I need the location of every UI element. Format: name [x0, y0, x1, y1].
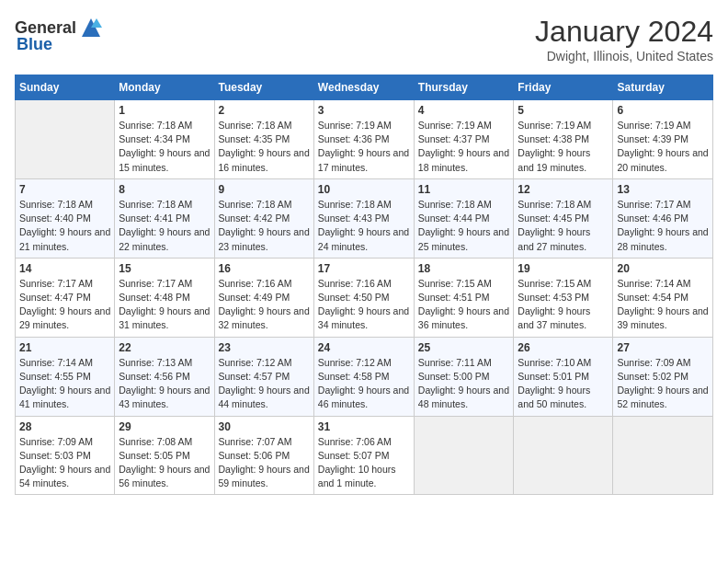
day-number: 29	[119, 420, 210, 433]
day-number: 2	[219, 104, 310, 117]
day-number: 25	[418, 341, 510, 354]
day-number: 30	[219, 420, 310, 433]
calendar-cell: 22Sunrise: 7:13 AMSunset: 4:56 PMDayligh…	[115, 337, 214, 416]
day-detail: Sunrise: 7:18 AMSunset: 4:41 PMDaylight:…	[119, 198, 210, 254]
logo-blue: Blue	[17, 35, 52, 54]
day-number: 11	[418, 183, 510, 196]
calendar-cell	[514, 416, 613, 495]
day-detail: Sunrise: 7:09 AMSunset: 5:03 PMDaylight:…	[19, 435, 110, 491]
day-number: 13	[617, 183, 709, 196]
logo-icon	[78, 15, 104, 40]
day-number: 6	[617, 104, 709, 117]
calendar-cell: 18Sunrise: 7:15 AMSunset: 4:51 PMDayligh…	[414, 258, 514, 337]
day-number: 5	[518, 104, 609, 117]
day-detail: Sunrise: 7:19 AMSunset: 4:39 PMDaylight:…	[617, 119, 709, 175]
calendar-cell: 17Sunrise: 7:16 AMSunset: 4:50 PMDayligh…	[313, 258, 414, 337]
day-number: 23	[219, 341, 310, 354]
day-detail: Sunrise: 7:07 AMSunset: 5:06 PMDaylight:…	[219, 435, 310, 491]
day-number: 7	[19, 183, 110, 196]
day-number: 18	[418, 262, 510, 275]
calendar-cell: 4Sunrise: 7:19 AMSunset: 4:37 PMDaylight…	[414, 100, 514, 179]
calendar-cell: 24Sunrise: 7:12 AMSunset: 4:58 PMDayligh…	[313, 337, 414, 416]
calendar-cell: 5Sunrise: 7:19 AMSunset: 4:38 PMDaylight…	[514, 100, 613, 179]
calendar-cell: 26Sunrise: 7:10 AMSunset: 5:01 PMDayligh…	[514, 337, 613, 416]
day-number: 12	[518, 183, 609, 196]
calendar-cell: 10Sunrise: 7:18 AMSunset: 4:43 PMDayligh…	[313, 178, 414, 258]
weekday-header: Friday	[514, 75, 613, 100]
day-detail: Sunrise: 7:18 AMSunset: 4:42 PMDaylight:…	[219, 198, 310, 254]
day-detail: Sunrise: 7:12 AMSunset: 4:57 PMDaylight:…	[219, 356, 310, 412]
day-detail: Sunrise: 7:19 AMSunset: 4:38 PMDaylight:…	[518, 119, 609, 175]
day-detail: Sunrise: 7:15 AMSunset: 4:53 PMDaylight:…	[518, 277, 609, 333]
calendar-cell: 16Sunrise: 7:16 AMSunset: 4:49 PMDayligh…	[214, 258, 313, 337]
logo: General Blue	[15, 15, 104, 54]
day-number: 15	[119, 262, 210, 275]
day-detail: Sunrise: 7:18 AMSunset: 4:34 PMDaylight:…	[119, 119, 210, 175]
calendar-subtitle: Dwight, Illinois, United States	[535, 49, 713, 63]
calendar-cell: 15Sunrise: 7:17 AMSunset: 4:48 PMDayligh…	[115, 258, 214, 337]
calendar-cell: 13Sunrise: 7:17 AMSunset: 4:46 PMDayligh…	[613, 178, 713, 258]
weekday-header: Wednesday	[313, 75, 414, 100]
day-number: 10	[318, 183, 410, 196]
day-detail: Sunrise: 7:15 AMSunset: 4:51 PMDaylight:…	[418, 277, 510, 333]
calendar-cell	[414, 416, 514, 495]
calendar-cell: 2Sunrise: 7:18 AMSunset: 4:35 PMDaylight…	[214, 100, 313, 179]
calendar-cell: 19Sunrise: 7:15 AMSunset: 4:53 PMDayligh…	[514, 258, 613, 337]
day-number: 8	[119, 183, 210, 196]
weekday-header: Thursday	[414, 75, 514, 100]
calendar-cell: 11Sunrise: 7:18 AMSunset: 4:44 PMDayligh…	[414, 178, 514, 258]
calendar-cell: 1Sunrise: 7:18 AMSunset: 4:34 PMDaylight…	[115, 100, 214, 179]
day-number: 26	[518, 341, 609, 354]
day-detail: Sunrise: 7:06 AMSunset: 5:07 PMDaylight:…	[318, 435, 410, 491]
day-number: 9	[219, 183, 310, 196]
day-number: 16	[219, 262, 310, 275]
calendar-cell: 3Sunrise: 7:19 AMSunset: 4:36 PMDaylight…	[313, 100, 414, 179]
day-detail: Sunrise: 7:10 AMSunset: 5:01 PMDaylight:…	[518, 356, 609, 412]
day-number: 24	[318, 341, 410, 354]
day-detail: Sunrise: 7:17 AMSunset: 4:47 PMDaylight:…	[19, 277, 110, 333]
day-number: 31	[318, 420, 410, 433]
calendar-cell: 9Sunrise: 7:18 AMSunset: 4:42 PMDaylight…	[214, 178, 313, 258]
day-number: 3	[318, 104, 410, 117]
calendar-cell: 31Sunrise: 7:06 AMSunset: 5:07 PMDayligh…	[313, 416, 414, 495]
calendar-cell: 29Sunrise: 7:08 AMSunset: 5:05 PMDayligh…	[115, 416, 214, 495]
calendar-cell: 27Sunrise: 7:09 AMSunset: 5:02 PMDayligh…	[613, 337, 713, 416]
calendar-cell: 28Sunrise: 7:09 AMSunset: 5:03 PMDayligh…	[16, 416, 115, 495]
day-detail: Sunrise: 7:18 AMSunset: 4:45 PMDaylight:…	[518, 198, 609, 254]
calendar-cell: 20Sunrise: 7:14 AMSunset: 4:54 PMDayligh…	[613, 258, 713, 337]
day-number: 22	[119, 341, 210, 354]
day-detail: Sunrise: 7:11 AMSunset: 5:00 PMDaylight:…	[418, 356, 510, 412]
calendar-title: January 2024	[535, 15, 713, 49]
day-number: 19	[518, 262, 609, 275]
day-detail: Sunrise: 7:18 AMSunset: 4:40 PMDaylight:…	[19, 198, 110, 254]
day-number: 28	[19, 420, 110, 433]
title-block: January 2024 Dwight, Illinois, United St…	[535, 15, 713, 63]
calendar-cell: 7Sunrise: 7:18 AMSunset: 4:40 PMDaylight…	[16, 178, 115, 258]
day-detail: Sunrise: 7:16 AMSunset: 4:50 PMDaylight:…	[318, 277, 410, 333]
weekday-header: Tuesday	[214, 75, 313, 100]
day-detail: Sunrise: 7:14 AMSunset: 4:55 PMDaylight:…	[19, 356, 110, 412]
calendar-cell: 25Sunrise: 7:11 AMSunset: 5:00 PMDayligh…	[414, 337, 514, 416]
weekday-header: Monday	[115, 75, 214, 100]
calendar-cell: 21Sunrise: 7:14 AMSunset: 4:55 PMDayligh…	[16, 337, 115, 416]
calendar-cell	[16, 100, 115, 179]
day-detail: Sunrise: 7:14 AMSunset: 4:54 PMDaylight:…	[617, 277, 709, 333]
calendar-cell: 8Sunrise: 7:18 AMSunset: 4:41 PMDaylight…	[115, 178, 214, 258]
day-detail: Sunrise: 7:12 AMSunset: 4:58 PMDaylight:…	[318, 356, 410, 412]
calendar-cell: 14Sunrise: 7:17 AMSunset: 4:47 PMDayligh…	[16, 258, 115, 337]
calendar-cell	[613, 416, 713, 495]
day-detail: Sunrise: 7:19 AMSunset: 4:37 PMDaylight:…	[418, 119, 510, 175]
day-number: 17	[318, 262, 410, 275]
day-detail: Sunrise: 7:17 AMSunset: 4:46 PMDaylight:…	[617, 198, 709, 254]
day-number: 1	[119, 104, 210, 117]
day-detail: Sunrise: 7:19 AMSunset: 4:36 PMDaylight:…	[318, 119, 410, 175]
day-number: 21	[19, 341, 110, 354]
day-detail: Sunrise: 7:18 AMSunset: 4:43 PMDaylight:…	[318, 198, 410, 254]
calendar-cell: 12Sunrise: 7:18 AMSunset: 4:45 PMDayligh…	[514, 178, 613, 258]
calendar-cell: 6Sunrise: 7:19 AMSunset: 4:39 PMDaylight…	[613, 100, 713, 179]
day-number: 14	[19, 262, 110, 275]
day-number: 27	[617, 341, 709, 354]
day-detail: Sunrise: 7:18 AMSunset: 4:35 PMDaylight:…	[219, 119, 310, 175]
day-detail: Sunrise: 7:09 AMSunset: 5:02 PMDaylight:…	[617, 356, 709, 412]
calendar-table: SundayMondayTuesdayWednesdayThursdayFrid…	[15, 75, 713, 495]
